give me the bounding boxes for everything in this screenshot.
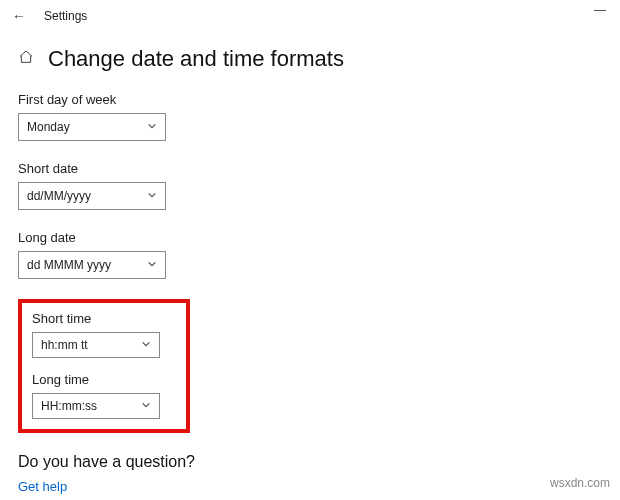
select-value: HH:mm:ss [41, 399, 97, 413]
home-icon[interactable] [18, 49, 34, 69]
page-title: Change date and time formats [48, 46, 344, 72]
field-label: Long time [32, 372, 176, 387]
short-time-select[interactable]: hh:mm tt [32, 332, 160, 358]
field-label: Short time [32, 311, 176, 326]
field-first-day-of-week: First day of week Monday [18, 92, 602, 141]
long-time-select[interactable]: HH:mm:ss [32, 393, 160, 419]
select-value: dd/MM/yyyy [27, 189, 91, 203]
back-arrow-icon[interactable]: ← [12, 8, 26, 24]
get-help-link[interactable]: Get help [18, 479, 602, 494]
field-label: First day of week [18, 92, 602, 107]
field-label: Short date [18, 161, 602, 176]
field-long-time: Long time HH:mm:ss [32, 372, 176, 419]
chevron-down-icon [147, 258, 157, 272]
titlebar: ← Settings [0, 0, 620, 32]
chevron-down-icon [141, 399, 151, 413]
select-value: dd MMMM yyyy [27, 258, 111, 272]
field-long-date: Long date dd MMMM yyyy [18, 230, 602, 279]
page-header: Change date and time formats [0, 32, 620, 82]
select-value: Monday [27, 120, 70, 134]
minimize-icon[interactable] [594, 10, 606, 11]
question-heading: Do you have a question? [18, 453, 602, 471]
short-date-select[interactable]: dd/MM/yyyy [18, 182, 166, 210]
long-date-select[interactable]: dd MMMM yyyy [18, 251, 166, 279]
select-value: hh:mm tt [41, 338, 88, 352]
field-label: Long date [18, 230, 602, 245]
content-area: First day of week Monday Short date dd/M… [0, 82, 620, 494]
field-short-date: Short date dd/MM/yyyy [18, 161, 602, 210]
field-short-time: Short time hh:mm tt [32, 311, 176, 358]
app-title: Settings [44, 9, 87, 23]
chevron-down-icon [147, 189, 157, 203]
watermark: wsxdn.com [550, 476, 610, 490]
first-day-of-week-select[interactable]: Monday [18, 113, 166, 141]
chevron-down-icon [147, 120, 157, 134]
highlighted-section: Short time hh:mm tt Long time HH:mm:ss [18, 299, 190, 433]
chevron-down-icon [141, 338, 151, 352]
